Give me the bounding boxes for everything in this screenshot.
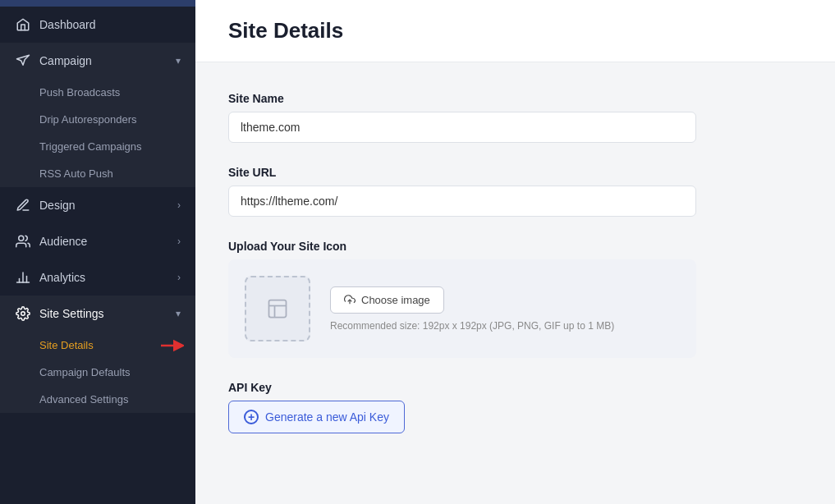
bar-chart-icon [15,269,31,286]
svg-point-0 [19,236,24,241]
chevron-down-icon: ▾ [176,55,181,66]
sidebar-sub-item-triggered-campaigns[interactable]: Triggered Campaigns [0,133,195,160]
sub-item-label: Advanced Settings [39,393,128,405]
upload-icon-group: Upload Your Site Icon Choose image [228,240,802,358]
sidebar-item-label: Dashboard [39,18,181,31]
sidebar: Dashboard Campaign ▾ Push Broadcasts Dri… [0,0,195,504]
site-name-input[interactable] [228,112,696,143]
house-icon [15,16,31,33]
site-name-group: Site Name [228,92,802,143]
upload-icon [344,294,356,305]
sub-item-label: Triggered Campaigns [39,140,142,153]
sub-item-label: RSS Auto Push [39,167,113,180]
site-url-group: Site URL [228,166,802,217]
sidebar-item-dashboard[interactable]: Dashboard [0,7,195,43]
sidebar-sub-item-campaign-defaults[interactable]: Campaign Defaults [0,359,195,386]
sidebar-section-site-settings: Site Settings ▾ Site Details Campaign De… [0,296,195,413]
page-title: Site Details [228,18,802,44]
sidebar-item-label: Analytics [39,271,169,284]
gear-icon [15,305,31,322]
sidebar-item-site-settings[interactable]: Site Settings ▾ [0,296,195,332]
upload-controls: Choose image Recommended size: 192px x 1… [330,286,614,332]
site-name-label: Site Name [228,92,802,105]
api-key-group: API Key + Generate a new Api Key [228,381,802,433]
sidebar-item-analytics[interactable]: Analytics › [0,259,195,296]
chevron-right-icon: › [177,236,181,247]
generate-btn-label: Generate a new Api Key [265,410,389,424]
sidebar-item-design[interactable]: Design › [0,187,195,223]
upload-icon-label: Upload Your Site Icon [228,240,802,253]
sidebar-item-label: Design [39,199,169,212]
people-icon [15,233,31,250]
sidebar-item-campaign[interactable]: Campaign ▾ [0,43,195,79]
megaphone-icon [15,53,31,69]
api-key-label: API Key [228,381,802,394]
sidebar-item-audience[interactable]: Audience › [0,223,195,259]
upload-hint: Recommended size: 192px x 192px (JPG, PN… [330,320,614,332]
chevron-down-icon: ▾ [176,308,181,319]
generate-api-key-button[interactable]: + Generate a new Api Key [228,401,405,433]
choose-image-label: Choose image [361,294,430,306]
sidebar-sub-item-rss-auto-push[interactable]: RSS Auto Push [0,160,195,187]
main-content-area: Site Details Site Name Site URL Upload Y… [195,0,835,504]
chevron-right-icon: › [177,272,181,283]
plus-circle-icon: + [244,410,259,424]
sidebar-sub-item-site-details[interactable]: Site Details [0,332,195,359]
svg-point-5 [21,312,25,316]
sub-item-label: Campaign Defaults [39,366,131,378]
upload-area: Choose image Recommended size: 192px x 1… [228,259,696,358]
sidebar-item-label: Site Settings [39,307,167,320]
chevron-right-icon: › [177,199,181,211]
sidebar-sub-item-push-broadcasts[interactable]: Push Broadcasts [0,79,195,106]
sidebar-section-campaign: Campaign ▾ Push Broadcasts Drip Autoresp… [0,43,195,187]
upload-preview [245,276,310,341]
sub-item-label: Drip Autoresponders [39,113,137,126]
sub-item-label: Site Details [39,339,94,351]
sidebar-sub-item-drip-autoresponders[interactable]: Drip Autoresponders [0,106,195,133]
site-url-label: Site URL [228,166,802,179]
site-url-input[interactable] [228,186,696,217]
svg-rect-8 [269,300,287,318]
sub-item-label: Push Broadcasts [39,86,120,99]
page-header: Site Details [195,0,835,62]
choose-image-button[interactable]: Choose image [330,286,444,314]
sidebar-top-bar [0,0,195,7]
pencil-icon [15,197,31,213]
sidebar-sub-item-advanced-settings[interactable]: Advanced Settings [0,386,195,413]
arrow-indicator [161,339,184,352]
sidebar-item-label: Audience [39,235,169,248]
main-form: Site Name Site URL Upload Your Site Icon [195,62,835,463]
sidebar-item-label: Campaign [39,54,167,67]
